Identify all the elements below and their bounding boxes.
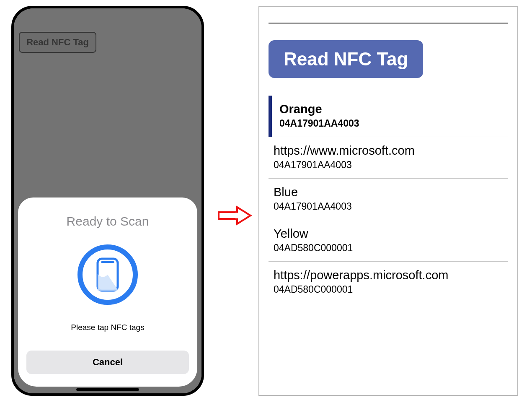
list-item-sub: 04A17901AA4003 [274, 201, 506, 212]
list-item-title: Blue [274, 185, 506, 199]
list-item-title: https://www.microsoft.com [274, 144, 506, 158]
home-indicator [76, 388, 139, 391]
svg-rect-4 [235, 213, 239, 218]
read-nfc-button-label: Read NFC Tag [284, 49, 408, 69]
cancel-button-label: Cancel [93, 357, 123, 368]
panel-rule [269, 23, 508, 23]
list-item[interactable]: https://powerapps.microsoft.com04AD580C0… [269, 262, 508, 303]
phone-screen: Read NFC Tag Ready to Scan Please tap NF… [14, 8, 201, 393]
sheet-subtitle: Please tap NFC tags [71, 323, 144, 332]
arrow-icon [218, 205, 252, 227]
phone-mock: Read NFC Tag Ready to Scan Please tap NF… [11, 6, 204, 396]
list-item[interactable]: Orange04A17901AA4003 [269, 96, 508, 137]
list-item-title: Yellow [274, 227, 506, 241]
list-item-title: Orange [279, 102, 506, 116]
cancel-button[interactable]: Cancel [26, 351, 189, 374]
list-item-sub: 04AD580C000001 [274, 242, 506, 254]
list-item[interactable]: Blue04A17901AA4003 [269, 179, 508, 220]
result-panel: Read NFC Tag Orange04A17901AA4003https:/… [258, 6, 518, 396]
read-nfc-button[interactable]: Read NFC Tag [269, 40, 423, 78]
list-item-sub: 04A17901AA4003 [279, 118, 506, 129]
sheet-title: Ready to Scan [67, 214, 149, 229]
nfc-phone-icon [74, 241, 141, 308]
list-item-sub: 04A17901AA4003 [274, 159, 506, 171]
list-item[interactable]: https://www.microsoft.com04A17901AA4003 [269, 137, 508, 179]
list-item-title: https://powerapps.microsoft.com [274, 268, 506, 282]
svg-rect-3 [219, 212, 237, 219]
nfc-result-list: Orange04A17901AA4003https://www.microsof… [269, 96, 508, 303]
list-item[interactable]: Yellow04AD580C000001 [269, 220, 508, 262]
list-item-sub: 04AD580C000001 [274, 284, 506, 295]
scan-sheet: Ready to Scan Please tap NFC tags Cancel [18, 198, 197, 387]
